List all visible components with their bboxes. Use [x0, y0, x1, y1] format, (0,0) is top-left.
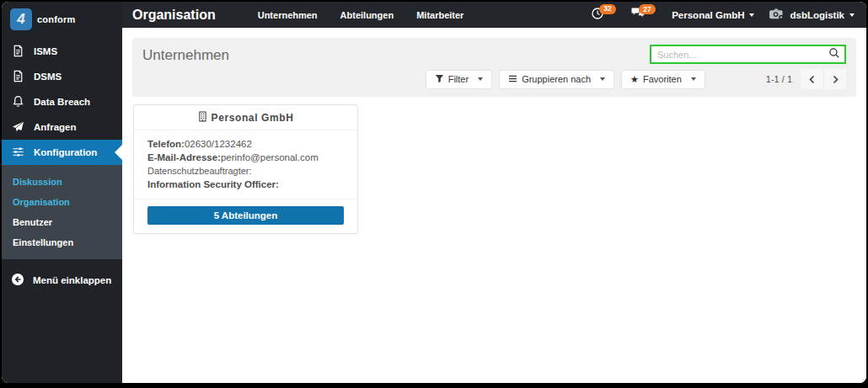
- arrow-left-circle-icon: [11, 273, 24, 288]
- filter-button-label: Filter: [448, 74, 469, 84]
- user-menu[interactable]: dsbLogistik: [769, 8, 855, 22]
- sidebar-item-label: DSMS: [34, 72, 62, 82]
- company-card-header[interactable]: Personal GmbH: [134, 105, 357, 130]
- document-icon: [12, 45, 24, 59]
- search-icon[interactable]: [828, 47, 840, 62]
- sidebar-subitem-diskussion[interactable]: Diskussion: [2, 172, 122, 192]
- history-badge: 32: [599, 4, 615, 14]
- sidebar-item-isms[interactable]: ISMS: [2, 39, 122, 64]
- pagination-label: 1-1 / 1: [766, 74, 792, 84]
- tab-mitarbeiter[interactable]: Mitarbeiter: [416, 10, 463, 20]
- star-icon: ★: [630, 74, 639, 85]
- page-title: Organisation: [132, 8, 216, 23]
- sidebar-nav: ISMS DSMS Data Breach Anfragen Konfigura…: [2, 37, 122, 165]
- list-icon: [508, 74, 517, 85]
- sidebar-subitem-einstellungen[interactable]: Einstellungen: [2, 232, 122, 252]
- section-title: Unternehmen: [142, 47, 229, 64]
- camera-icon: [769, 8, 785, 22]
- document-icon: [12, 70, 24, 84]
- pagination: 1-1 / 1: [766, 69, 846, 89]
- field-value: 02630/1232462: [185, 139, 252, 149]
- collapse-menu-label: Menü einklappen: [33, 275, 111, 285]
- chevron-down-icon: [691, 77, 696, 81]
- group-by-button[interactable]: Gruppieren nach: [499, 70, 614, 89]
- sidebar-item-data-breach[interactable]: Data Breach: [2, 89, 122, 114]
- chevron-down-icon: [478, 77, 483, 81]
- topbar-right: 32 27 Personal GmbH dsbLogistik: [591, 7, 855, 24]
- chat-button[interactable]: 27: [630, 7, 657, 23]
- field-value: perinfo@personal.com: [221, 152, 319, 162]
- list-header-panel: Unternehmen Filter: [132, 38, 856, 97]
- field-information-security-officer: Information Security Officer:: [147, 178, 344, 191]
- main-column: Organisation Unternehmen Abteilungen Mit…: [122, 2, 866, 383]
- search-box: [650, 45, 846, 64]
- next-page-button[interactable]: [823, 69, 846, 89]
- favorites-button[interactable]: ★ Favoriten: [621, 70, 705, 89]
- field-label: Information Security Officer:: [147, 179, 279, 189]
- previous-page-button[interactable]: [801, 69, 823, 89]
- field-datenschutzbeauftragter: Datenschutzbeauftragter:: [147, 164, 344, 178]
- topbar-nav: Unternehmen Abteilungen Mitarbeiter: [258, 10, 464, 20]
- sidebar-item-dsms[interactable]: DSMS: [2, 64, 122, 89]
- sidebar-item-label: Data Breach: [34, 97, 90, 107]
- user-menu-label: dsbLogistik: [790, 10, 844, 20]
- field-label: Telefon:: [147, 139, 185, 149]
- company-card: Personal GmbH Telefon:02630/1232462 E-Ma…: [133, 104, 358, 234]
- sidebar-item-label: Konfiguration: [34, 147, 97, 157]
- field-telefon: Telefon:02630/1232462: [147, 137, 344, 151]
- sidebar-item-label: Anfragen: [34, 122, 76, 132]
- chevron-down-icon: [600, 77, 605, 81]
- company-card-footer: 5 Abteilungen: [134, 199, 357, 233]
- chat-badge: 27: [639, 4, 655, 14]
- filter-button[interactable]: Filter: [426, 70, 492, 89]
- history-button[interactable]: 32: [591, 7, 616, 24]
- app-window: 4 conform ISMS DSMS Data Breach Anfragen: [2, 2, 866, 383]
- field-label: Datenschutzbeauftragter:: [147, 166, 252, 176]
- search-input[interactable]: [657, 50, 828, 60]
- sidebar-item-label: ISMS: [34, 46, 57, 56]
- chevron-down-icon: [849, 13, 855, 17]
- building-icon: [198, 111, 207, 125]
- company-name: Personal GmbH: [212, 112, 294, 124]
- bell-icon: [12, 95, 24, 109]
- group-by-button-label: Gruppieren nach: [522, 74, 591, 84]
- sidebar-subitem-benutzer[interactable]: Benutzer: [2, 212, 122, 232]
- chevron-down-icon: [749, 13, 754, 17]
- departments-button[interactable]: 5 Abteilungen: [147, 206, 344, 225]
- sidebar-item-anfragen[interactable]: Anfragen: [2, 114, 122, 140]
- sliders-icon: [12, 146, 24, 160]
- content-area: Unternehmen Filter: [122, 28, 866, 383]
- app-logo[interactable]: 4 conform: [2, 2, 122, 37]
- tab-unternehmen[interactable]: Unternehmen: [258, 10, 318, 20]
- sidebar-item-konfiguration[interactable]: Konfiguration: [2, 140, 122, 165]
- funnel-icon: [435, 74, 444, 85]
- company-card-body: Telefon:02630/1232462 E-Mail-Adresse:per…: [134, 130, 357, 199]
- collapse-menu-button[interactable]: Menü einklappen: [2, 268, 122, 293]
- field-email: E-Mail-Adresse:perinfo@personal.com: [147, 151, 344, 164]
- sidebar: 4 conform ISMS DSMS Data Breach Anfragen: [2, 2, 122, 383]
- sidebar-submenu: Diskussion Organisation Benutzer Einstel…: [2, 165, 122, 259]
- sidebar-subitem-organisation[interactable]: Organisation: [2, 192, 122, 212]
- logo-text: conform: [37, 14, 75, 24]
- topbar: Organisation Unternehmen Abteilungen Mit…: [122, 2, 866, 28]
- logo-icon: 4: [10, 8, 32, 30]
- tab-abteilungen[interactable]: Abteilungen: [340, 10, 394, 20]
- favorites-button-label: Favoriten: [643, 74, 682, 84]
- send-icon: [12, 120, 24, 135]
- company-menu-label: Personal GmbH: [672, 10, 744, 20]
- field-label: E-Mail-Adresse:: [147, 152, 221, 162]
- toolbar: Filter Gruppieren nach ★ Favoriten: [426, 70, 705, 89]
- company-menu[interactable]: Personal GmbH: [672, 10, 754, 20]
